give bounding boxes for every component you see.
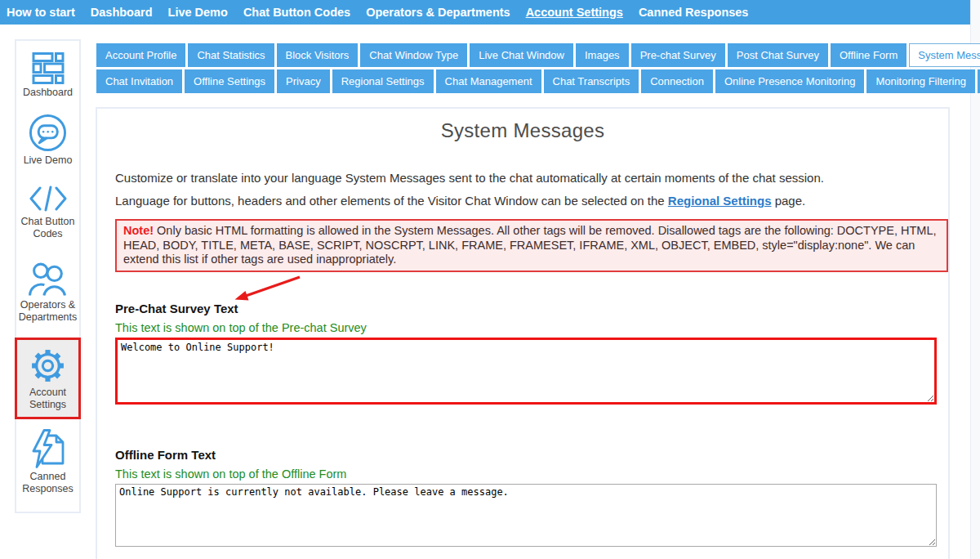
tab-system-messages[interactable]: System Messages — [909, 43, 980, 67]
nav-account-settings[interactable]: Account Settings — [526, 6, 623, 19]
sidebar-item-label: Account Settings — [19, 387, 78, 411]
tab-chat-statistics[interactable]: Chat Statistics — [188, 43, 274, 67]
tab-row-1: Account Profile Chat Statistics Block Vi… — [96, 43, 958, 67]
sidebar-item-label: Chat Button Codes — [19, 216, 78, 240]
tab-regional-settings[interactable]: Regional Settings — [332, 69, 434, 93]
note-label: Note! — [123, 224, 154, 237]
nav-canned-responses[interactable]: Canned Responses — [639, 6, 749, 19]
tab-offline-settings[interactable]: Offline Settings — [185, 69, 274, 93]
tab-online-presence-monitoring[interactable]: Online Presence Monitoring — [715, 69, 864, 93]
tab-offline-form[interactable]: Offline Form — [831, 43, 906, 67]
page-title: System Messages — [115, 119, 930, 142]
sidebar-item-label: Operators & Departments — [19, 299, 78, 324]
note-box: Note! Only basic HTML formatting is allo… — [115, 219, 948, 272]
intro-text-2: Language for buttons, headers and other … — [115, 194, 948, 208]
nav-dashboard[interactable]: Dashboard — [91, 6, 153, 19]
nav-how-to-start[interactable]: How to start — [7, 6, 75, 19]
sidebar-item-live-demo[interactable]: Live Demo — [16, 114, 79, 167]
pre-chat-survey-text-label: Pre-Chat Survey Text — [115, 302, 948, 315]
chat-bubble-icon — [29, 114, 67, 152]
sidebar-item-label: Canned Responses — [19, 471, 78, 495]
pre-chat-survey-text-helper: This text is shown on top of the Pre-cha… — [115, 321, 948, 334]
lightning-page-icon — [29, 429, 67, 468]
tab-chat-window-type[interactable]: Chat Window Type — [360, 43, 467, 67]
tab-connection[interactable]: Connection — [641, 69, 713, 93]
sidebar-item-canned-responses[interactable]: Canned Responses — [16, 429, 79, 495]
sidebar-item-operators-departments[interactable]: Operators & Departments — [16, 262, 79, 324]
tab-post-chat-survey[interactable]: Post Chat Survey — [728, 43, 828, 67]
offline-form-text-input[interactable] — [115, 484, 937, 547]
sidebar: Dashboard Live Demo Chat Button Codes — [15, 39, 81, 513]
sidebar-item-chat-button-codes[interactable]: Chat Button Codes — [16, 184, 79, 240]
settings-tabs: Account Profile Chat Statistics Block Vi… — [96, 43, 958, 96]
pre-chat-survey-text-input[interactable] — [115, 338, 937, 405]
nav-operators-departments[interactable]: Operators & Departments — [366, 6, 510, 19]
tab-row-2: Chat Invitation Offline Settings Privacy… — [96, 69, 958, 93]
dashboard-icon — [30, 51, 66, 84]
tab-pre-chat-survey[interactable]: Pre-chat Survey — [631, 43, 725, 67]
sidebar-item-account-settings[interactable]: Account Settings — [15, 338, 81, 419]
tab-live-chat-window[interactable]: Live Chat Window — [470, 43, 573, 67]
intro-text-1: Customize or translate into your languag… — [115, 171, 948, 185]
offline-form-text-label: Offline Form Text — [115, 448, 948, 462]
offline-form-text-helper: This text is shown on top of the Offline… — [115, 467, 948, 481]
gear-icon — [29, 347, 66, 384]
system-messages-panel: System Messages Customize or translate i… — [96, 107, 950, 559]
tab-block-visitors[interactable]: Block Visitors — [277, 43, 359, 67]
nav-live-demo[interactable]: Live Demo — [168, 6, 228, 19]
note-body: Only basic HTML formatting is allowed in… — [123, 224, 937, 266]
people-icon — [29, 262, 67, 297]
tab-monitoring-filtering[interactable]: Monitoring Filtering — [866, 69, 975, 93]
top-nav: How to start Dashboard Live Demo Chat Bu… — [0, 0, 970, 25]
tab-chat-management[interactable]: Chat Management — [436, 69, 541, 93]
sidebar-item-label: Live Demo — [19, 154, 78, 167]
tab-account-profile[interactable]: Account Profile — [96, 43, 185, 67]
tab-images[interactable]: Images — [576, 43, 629, 67]
sidebar-item-label: Dashboard — [19, 87, 78, 99]
sidebar-item-dashboard[interactable]: Dashboard — [16, 51, 79, 99]
tab-chat-invitation[interactable]: Chat Invitation — [96, 69, 182, 93]
tab-chat-transcripts[interactable]: Chat Transcripts — [544, 69, 639, 93]
intro-text-2-after: page. — [772, 194, 806, 208]
nav-chat-button-codes[interactable]: Chat Button Codes — [243, 6, 350, 19]
tab-privacy[interactable]: Privacy — [277, 69, 330, 93]
code-icon — [28, 184, 69, 213]
regional-settings-link[interactable]: Regional Settings — [668, 194, 772, 208]
intro-text-2-before: Language for buttons, headers and other … — [115, 194, 668, 208]
